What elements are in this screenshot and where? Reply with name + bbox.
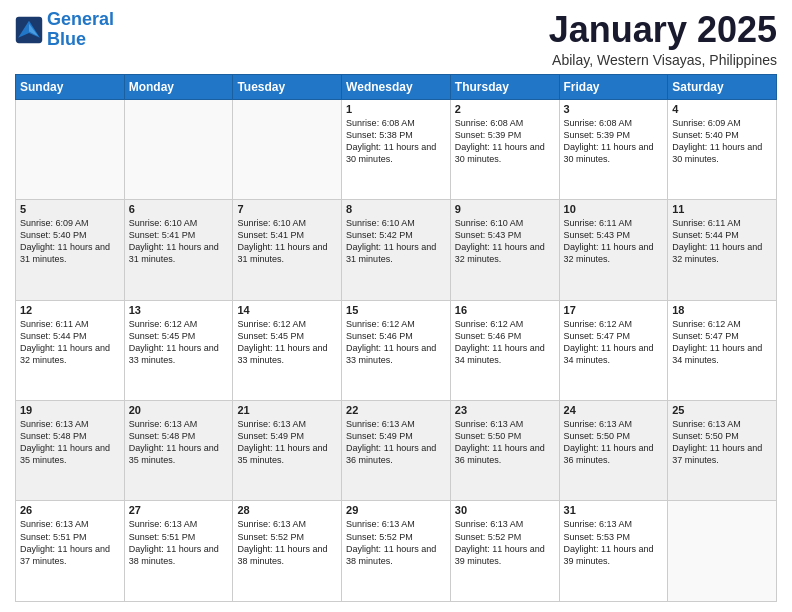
sunset-text: Sunset: 5:44 PM	[20, 331, 87, 341]
day-cell-12: 12Sunrise: 6:11 AMSunset: 5:44 PMDayligh…	[16, 300, 125, 400]
daylight-text: Daylight: 11 hours and 31 minutes.	[346, 242, 436, 264]
day-number: 17	[564, 304, 664, 316]
sunset-text: Sunset: 5:40 PM	[20, 230, 87, 240]
sunset-text: Sunset: 5:52 PM	[455, 532, 522, 542]
sunrise-text: Sunrise: 6:10 AM	[346, 218, 415, 228]
daylight-text: Daylight: 11 hours and 31 minutes.	[129, 242, 219, 264]
logo-icon	[15, 16, 43, 44]
sunrise-text: Sunrise: 6:13 AM	[237, 419, 306, 429]
day-info: Sunrise: 6:13 AMSunset: 5:51 PMDaylight:…	[129, 518, 229, 567]
day-info: Sunrise: 6:13 AMSunset: 5:50 PMDaylight:…	[672, 418, 772, 467]
day-number: 27	[129, 504, 229, 516]
day-cell-16: 16Sunrise: 6:12 AMSunset: 5:46 PMDayligh…	[450, 300, 559, 400]
day-number: 25	[672, 404, 772, 416]
day-number: 7	[237, 203, 337, 215]
sunset-text: Sunset: 5:38 PM	[346, 130, 413, 140]
sunrise-text: Sunrise: 6:08 AM	[455, 118, 524, 128]
day-number: 2	[455, 103, 555, 115]
sunset-text: Sunset: 5:47 PM	[564, 331, 631, 341]
sunrise-text: Sunrise: 6:13 AM	[564, 419, 633, 429]
day-cell-22: 22Sunrise: 6:13 AMSunset: 5:49 PMDayligh…	[342, 401, 451, 501]
sunset-text: Sunset: 5:40 PM	[672, 130, 739, 140]
sunrise-text: Sunrise: 6:13 AM	[346, 519, 415, 529]
sunset-text: Sunset: 5:53 PM	[564, 532, 631, 542]
day-info: Sunrise: 6:12 AMSunset: 5:47 PMDaylight:…	[564, 318, 664, 367]
day-info: Sunrise: 6:13 AMSunset: 5:50 PMDaylight:…	[564, 418, 664, 467]
sunrise-text: Sunrise: 6:13 AM	[455, 519, 524, 529]
day-cell-9: 9Sunrise: 6:10 AMSunset: 5:43 PMDaylight…	[450, 200, 559, 300]
sunrise-text: Sunrise: 6:12 AM	[564, 319, 633, 329]
day-number: 8	[346, 203, 446, 215]
daylight-text: Daylight: 11 hours and 31 minutes.	[237, 242, 327, 264]
week-row-1: 1Sunrise: 6:08 AMSunset: 5:38 PMDaylight…	[16, 99, 777, 199]
day-number: 1	[346, 103, 446, 115]
sunrise-text: Sunrise: 6:12 AM	[346, 319, 415, 329]
daylight-text: Daylight: 11 hours and 36 minutes.	[346, 443, 436, 465]
day-info: Sunrise: 6:10 AMSunset: 5:42 PMDaylight:…	[346, 217, 446, 266]
sunrise-text: Sunrise: 6:13 AM	[20, 419, 89, 429]
day-cell-6: 6Sunrise: 6:10 AMSunset: 5:41 PMDaylight…	[124, 200, 233, 300]
sunset-text: Sunset: 5:51 PM	[20, 532, 87, 542]
day-cell-1: 1Sunrise: 6:08 AMSunset: 5:38 PMDaylight…	[342, 99, 451, 199]
sunset-text: Sunset: 5:46 PM	[455, 331, 522, 341]
day-number: 19	[20, 404, 120, 416]
daylight-text: Daylight: 11 hours and 30 minutes.	[346, 142, 436, 164]
day-cell-19: 19Sunrise: 6:13 AMSunset: 5:48 PMDayligh…	[16, 401, 125, 501]
empty-cell	[668, 501, 777, 602]
day-info: Sunrise: 6:09 AMSunset: 5:40 PMDaylight:…	[20, 217, 120, 266]
sunset-text: Sunset: 5:39 PM	[455, 130, 522, 140]
day-info: Sunrise: 6:09 AMSunset: 5:40 PMDaylight:…	[672, 117, 772, 166]
day-cell-15: 15Sunrise: 6:12 AMSunset: 5:46 PMDayligh…	[342, 300, 451, 400]
sunset-text: Sunset: 5:39 PM	[564, 130, 631, 140]
day-number: 31	[564, 504, 664, 516]
sunrise-text: Sunrise: 6:13 AM	[237, 519, 306, 529]
page: General Blue January 2025 Abilay, Wester…	[0, 0, 792, 612]
day-info: Sunrise: 6:11 AMSunset: 5:43 PMDaylight:…	[564, 217, 664, 266]
day-number: 10	[564, 203, 664, 215]
daylight-text: Daylight: 11 hours and 37 minutes.	[672, 443, 762, 465]
sunset-text: Sunset: 5:49 PM	[346, 431, 413, 441]
day-info: Sunrise: 6:13 AMSunset: 5:52 PMDaylight:…	[455, 518, 555, 567]
calendar-table: SundayMondayTuesdayWednesdayThursdayFrid…	[15, 74, 777, 602]
sunset-text: Sunset: 5:44 PM	[672, 230, 739, 240]
sunrise-text: Sunrise: 6:09 AM	[672, 118, 741, 128]
day-cell-8: 8Sunrise: 6:10 AMSunset: 5:42 PMDaylight…	[342, 200, 451, 300]
day-cell-10: 10Sunrise: 6:11 AMSunset: 5:43 PMDayligh…	[559, 200, 668, 300]
daylight-text: Daylight: 11 hours and 38 minutes.	[129, 544, 219, 566]
day-number: 3	[564, 103, 664, 115]
day-number: 13	[129, 304, 229, 316]
day-number: 22	[346, 404, 446, 416]
sunrise-text: Sunrise: 6:13 AM	[564, 519, 633, 529]
daylight-text: Daylight: 11 hours and 37 minutes.	[20, 544, 110, 566]
sunset-text: Sunset: 5:47 PM	[672, 331, 739, 341]
col-header-saturday: Saturday	[668, 74, 777, 99]
day-info: Sunrise: 6:13 AMSunset: 5:49 PMDaylight:…	[346, 418, 446, 467]
sunset-text: Sunset: 5:51 PM	[129, 532, 196, 542]
day-cell-7: 7Sunrise: 6:10 AMSunset: 5:41 PMDaylight…	[233, 200, 342, 300]
day-cell-14: 14Sunrise: 6:12 AMSunset: 5:45 PMDayligh…	[233, 300, 342, 400]
day-number: 6	[129, 203, 229, 215]
sunrise-text: Sunrise: 6:11 AM	[672, 218, 741, 228]
calendar-header-row: SundayMondayTuesdayWednesdayThursdayFrid…	[16, 74, 777, 99]
day-cell-17: 17Sunrise: 6:12 AMSunset: 5:47 PMDayligh…	[559, 300, 668, 400]
day-info: Sunrise: 6:12 AMSunset: 5:46 PMDaylight:…	[455, 318, 555, 367]
day-cell-24: 24Sunrise: 6:13 AMSunset: 5:50 PMDayligh…	[559, 401, 668, 501]
day-number: 20	[129, 404, 229, 416]
daylight-text: Daylight: 11 hours and 31 minutes.	[20, 242, 110, 264]
day-number: 11	[672, 203, 772, 215]
day-cell-26: 26Sunrise: 6:13 AMSunset: 5:51 PMDayligh…	[16, 501, 125, 602]
day-number: 16	[455, 304, 555, 316]
day-info: Sunrise: 6:11 AMSunset: 5:44 PMDaylight:…	[20, 318, 120, 367]
sunset-text: Sunset: 5:46 PM	[346, 331, 413, 341]
sunset-text: Sunset: 5:49 PM	[237, 431, 304, 441]
day-info: Sunrise: 6:08 AMSunset: 5:39 PMDaylight:…	[564, 117, 664, 166]
sunset-text: Sunset: 5:50 PM	[564, 431, 631, 441]
sunset-text: Sunset: 5:43 PM	[564, 230, 631, 240]
daylight-text: Daylight: 11 hours and 36 minutes.	[455, 443, 545, 465]
day-info: Sunrise: 6:12 AMSunset: 5:46 PMDaylight:…	[346, 318, 446, 367]
day-info: Sunrise: 6:13 AMSunset: 5:51 PMDaylight:…	[20, 518, 120, 567]
day-info: Sunrise: 6:08 AMSunset: 5:38 PMDaylight:…	[346, 117, 446, 166]
day-info: Sunrise: 6:13 AMSunset: 5:49 PMDaylight:…	[237, 418, 337, 467]
daylight-text: Daylight: 11 hours and 35 minutes.	[20, 443, 110, 465]
week-row-4: 19Sunrise: 6:13 AMSunset: 5:48 PMDayligh…	[16, 401, 777, 501]
